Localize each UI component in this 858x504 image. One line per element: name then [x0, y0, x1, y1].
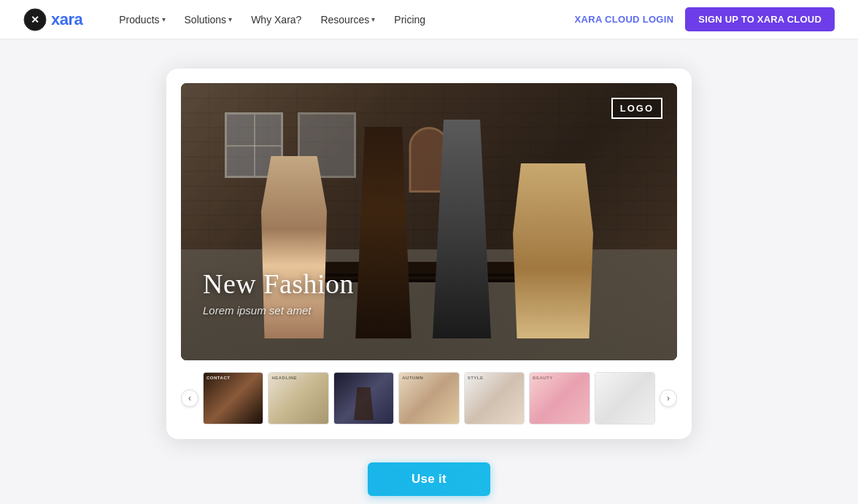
nav-right: XARA CLOUD LOGIN SIGN UP TO XARA CLOUD — [575, 7, 835, 31]
thumb-bg-7 — [595, 373, 654, 424]
thumb-label-5: STYLE — [468, 376, 484, 380]
thumb-label-2: HEADLINE — [271, 376, 297, 380]
svg-text:✕: ✕ — [31, 14, 39, 26]
thumbnail-1[interactable]: CONTACT — [203, 372, 263, 424]
chevron-down-icon: ▾ — [228, 15, 232, 23]
thumb-label-4: AUTUMN — [402, 376, 423, 380]
nav-item-pricing[interactable]: Pricing — [387, 9, 433, 30]
image-title: New Fashion — [203, 268, 354, 300]
thumb-bg-3 — [334, 373, 393, 424]
chevron-down-icon: ▾ — [371, 15, 375, 23]
nav-item-solutions[interactable]: Solutions ▾ — [177, 9, 240, 30]
chevron-down-icon: ▾ — [162, 15, 166, 23]
chevron-left-icon: ‹ — [188, 393, 191, 403]
thumb-bg-4 — [399, 373, 458, 424]
brand-logo[interactable]: ✕ xara — [23, 8, 82, 31]
strip-arrow-left[interactable]: ‹ — [181, 389, 198, 407]
nav-item-resources[interactable]: Resources ▾ — [313, 9, 382, 30]
chevron-right-icon: › — [667, 393, 670, 403]
strip-arrow-right[interactable]: › — [660, 389, 677, 407]
use-it-section: Use it — [368, 462, 490, 496]
nav-item-products[interactable]: Products ▾ — [112, 9, 172, 30]
thumbnail-3[interactable] — [333, 372, 394, 424]
thumbnail-strip: ‹ CONTACT HEADLINE — [181, 372, 677, 424]
login-button[interactable]: XARA CLOUD LOGIN — [575, 14, 674, 25]
main-content: LOGO New Fashion Lorem ipsum set amet ‹ … — [0, 39, 858, 504]
preview-card: LOGO New Fashion Lorem ipsum set amet ‹ … — [166, 69, 692, 439]
thumbnails: CONTACT HEADLINE AUTUMN — [203, 372, 655, 424]
nav-links: Products ▾ Solutions ▾ Why Xara? Resourc… — [112, 9, 574, 30]
thumb-mini-person — [353, 387, 375, 420]
thumbnail-2[interactable]: HEADLINE — [268, 372, 328, 424]
thumbnail-4[interactable]: AUTUMN — [398, 372, 459, 424]
person-3 — [422, 105, 509, 338]
thumb-bg-2 — [268, 373, 328, 424]
person-2 — [349, 112, 422, 338]
thumb-label-1: CONTACT — [206, 376, 230, 380]
thumbnail-7[interactable] — [595, 372, 655, 424]
signup-button[interactable]: SIGN UP TO XARA CLOUD — [685, 7, 835, 31]
nav-item-why-xara[interactable]: Why Xara? — [244, 9, 309, 30]
thumb-bg-1 — [204, 373, 263, 424]
use-it-button[interactable]: Use it — [368, 462, 490, 496]
image-text-overlay: New Fashion Lorem ipsum set amet — [203, 268, 354, 317]
person-4 — [509, 141, 604, 338]
navbar: ✕ xara Products ▾ Solutions ▾ Why Xara? … — [0, 0, 858, 39]
xara-logo-icon: ✕ — [23, 8, 47, 31]
thumbnail-6[interactable]: BEAUTY — [529, 372, 590, 424]
main-image: LOGO New Fashion Lorem ipsum set amet — [181, 83, 677, 360]
fashion-image-bg: LOGO New Fashion Lorem ipsum set amet — [181, 83, 677, 360]
thumb-bg-6 — [530, 373, 589, 424]
image-subtitle: Lorem ipsum set amet — [203, 304, 354, 317]
thumb-label-6: BEAUTY — [533, 376, 553, 380]
thumbnail-5[interactable]: STYLE — [464, 372, 525, 424]
brand-name: xara — [51, 10, 82, 29]
thumb-bg-5 — [465, 373, 524, 424]
logo-badge: LOGO — [611, 98, 662, 119]
